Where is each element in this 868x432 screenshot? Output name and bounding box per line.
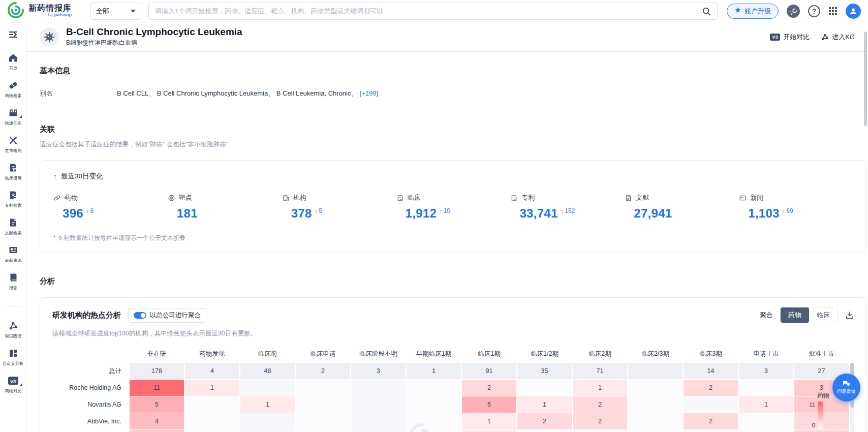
heatmap-cell[interactable]: 2: [794, 430, 849, 432]
heatmap-cell[interactable]: 1: [517, 396, 572, 413]
heatmap-cell[interactable]: 71: [573, 363, 627, 379]
heatmap-cell[interactable]: [407, 396, 461, 413]
heatmap-cell[interactable]: [407, 380, 461, 396]
heatmap-cell[interactable]: [296, 430, 350, 432]
heatmap-cell[interactable]: [684, 430, 738, 432]
heatmap-cell[interactable]: [628, 363, 683, 379]
heatmap-cell[interactable]: [407, 430, 461, 432]
heatmap-cell[interactable]: [517, 380, 572, 396]
group-by-parent-toggle[interactable]: 以总公司进行聚合: [128, 308, 206, 323]
navbar-actions: 账户升级 ?: [727, 4, 861, 19]
heatmap-cell[interactable]: [628, 396, 683, 413]
search-input[interactable]: [155, 7, 698, 15]
heatmap-cell[interactable]: 14: [684, 363, 738, 379]
sidebar-collapse-button[interactable]: [8, 29, 18, 42]
heatmap-cell[interactable]: [739, 380, 793, 396]
row-label[interactable]: 总计: [52, 363, 129, 379]
heatmap-cell[interactable]: 91: [462, 363, 516, 379]
sidebar-item-latest-news[interactable]: 最新资讯: [0, 245, 26, 264]
start-compare-button[interactable]: VS 开始对比: [770, 33, 810, 42]
heatmap-cell[interactable]: 1: [407, 363, 461, 379]
sidebar-item-home[interactable]: 首页: [0, 53, 26, 72]
sidebar-item-knowledge-graph[interactable]: 知识图谱: [0, 321, 26, 340]
heatmap-cell[interactable]: [739, 430, 793, 432]
heatmap-cell[interactable]: 4: [185, 363, 239, 379]
heatmap-cell[interactable]: [628, 430, 683, 432]
heatmap-cell[interactable]: [628, 413, 683, 429]
heatmap-cell[interactable]: 48: [240, 363, 295, 379]
sidebar-item-drug-compare[interactable]: VS药物对比: [0, 376, 26, 394]
heatmap-cell[interactable]: 2: [462, 380, 516, 396]
heatmap-cell[interactable]: 5: [462, 396, 516, 413]
heatmap-cell[interactable]: 2: [517, 413, 572, 429]
sidebar-item-literature-search[interactable]: 文献检索: [0, 218, 26, 236]
sidebar-item-custom-analysis[interactable]: 自定义分析: [0, 348, 26, 367]
heatmap-cell[interactable]: 1: [462, 413, 516, 429]
heatmap-cell[interactable]: 1: [240, 396, 295, 413]
heatmap-cell[interactable]: 2: [684, 380, 738, 396]
sidebar-item-competition[interactable]: 竞争格局: [0, 135, 26, 154]
heatmap-cell[interactable]: [351, 430, 406, 432]
heatmap-cell[interactable]: [296, 413, 350, 429]
heatmap-cell[interactable]: [351, 396, 406, 413]
heatmap-cell[interactable]: 5: [130, 396, 184, 413]
heatmap-cell[interactable]: 3: [351, 363, 406, 379]
heatmap-cell[interactable]: [240, 413, 295, 429]
upgrade-account-button[interactable]: 账户升级: [727, 4, 779, 19]
heatmap-cell[interactable]: 11: [130, 380, 184, 396]
chat-bubbles-icon: [842, 380, 851, 388]
heatmap-cell[interactable]: [628, 380, 683, 396]
heatmap-cell[interactable]: 4: [130, 413, 184, 429]
heatmap-cell[interactable]: 2: [573, 413, 627, 429]
literature-doc-icon: [8, 218, 18, 228]
aggregate-segment-药物[interactable]: 药物: [781, 307, 809, 323]
sidebar-item-clinical-progress[interactable]: 临床进展: [0, 163, 26, 181]
row-label[interactable]: Roche Holding AG: [52, 380, 129, 396]
heatmap-cell[interactable]: 2: [684, 413, 738, 429]
sidebar-item-patent-search[interactable]: 专利检索: [0, 190, 26, 209]
sidebar-item-reports[interactable]: 报告: [0, 272, 26, 291]
heatmap-cell[interactable]: 1: [462, 430, 516, 432]
user-avatar[interactable]: [846, 4, 861, 19]
heatmap-cell[interactable]: 3: [739, 363, 793, 379]
feedback-button[interactable]: 问题反馈: [832, 374, 860, 402]
heatmap-cell[interactable]: [739, 413, 793, 429]
heatmap-cell[interactable]: 178: [130, 363, 184, 379]
heatmap-cell[interactable]: [296, 396, 350, 413]
heatmap-cell[interactable]: [240, 380, 295, 396]
alias-more-link[interactable]: [+199]: [359, 89, 378, 97]
patsnap-link-icon[interactable]: [787, 5, 800, 18]
download-icon[interactable]: [845, 311, 854, 320]
row-label[interactable]: AbbVie, Inc.: [52, 413, 129, 429]
heatmap-cell[interactable]: 2: [573, 396, 627, 413]
heatmap-cell[interactable]: [407, 413, 461, 429]
help-icon[interactable]: ?: [808, 5, 820, 17]
heatmap-cell[interactable]: [185, 430, 239, 432]
aggregate-segment-临床[interactable]: 临床: [809, 307, 838, 323]
heatmap-cell[interactable]: 35: [517, 363, 572, 379]
search-scope-select[interactable]: 全部: [90, 3, 141, 20]
heatmap-cell[interactable]: 1: [185, 380, 239, 396]
sidebar-item-drug-search[interactable]: 药物检索: [0, 80, 26, 99]
heatmap-cell[interactable]: [185, 413, 239, 429]
enter-kg-button[interactable]: 进入KG: [821, 33, 855, 42]
heatmap-cell[interactable]: [684, 396, 738, 413]
heatmap-cell[interactable]: 3: [130, 430, 184, 432]
heatmap-cell[interactable]: [351, 413, 406, 429]
row-label[interactable]: Novartis AG: [52, 396, 129, 413]
heatmap-cell[interactable]: 2: [296, 363, 350, 379]
search-icon[interactable]: [702, 7, 711, 16]
heatmap-cell[interactable]: 1: [739, 396, 793, 413]
heatmap-cell[interactable]: [185, 396, 239, 413]
row-label[interactable]: Pfizer Inc.: [52, 430, 129, 432]
apps-grid-icon[interactable]: [828, 7, 838, 16]
heatmap-cell[interactable]: [573, 430, 627, 432]
heatmap-cell[interactable]: [351, 380, 406, 396]
heatmap-cell[interactable]: [240, 430, 295, 432]
sidebar-item-quick-tasks[interactable]: 快捷任务: [0, 108, 26, 127]
page-scrollbar[interactable]: [864, 32, 867, 126]
heatmap-cell[interactable]: 1: [573, 380, 627, 396]
heatmap-cell[interactable]: [296, 380, 350, 396]
heatmap-cell[interactable]: [517, 430, 572, 432]
brand[interactable]: 新药情报库 by patsnap: [7, 2, 83, 21]
